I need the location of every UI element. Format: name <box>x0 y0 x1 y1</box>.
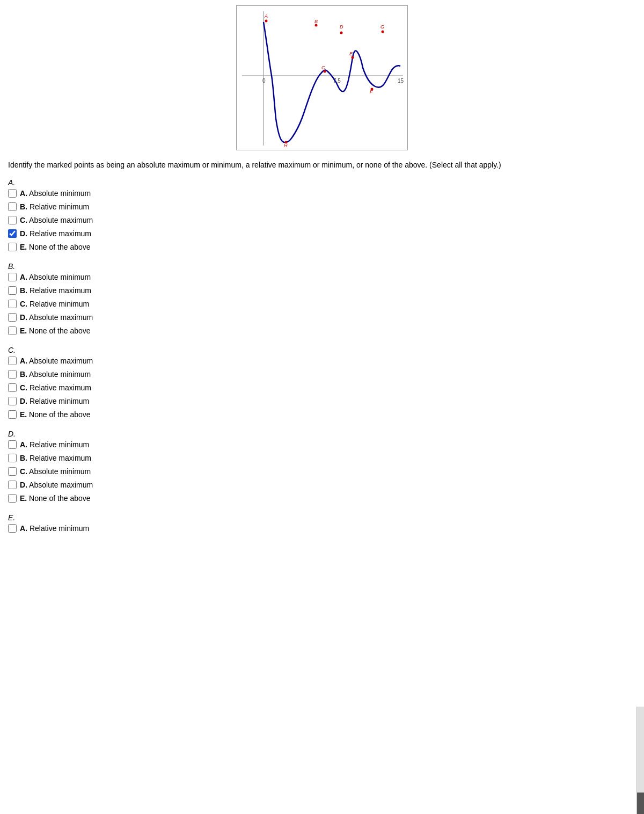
checkbox-s2-o1[interactable] <box>8 370 17 379</box>
option-row-s0-o4: E. None of the above <box>8 243 636 251</box>
opt-letter: C. <box>20 467 27 476</box>
option-label-s1-o1: B. Relative maximum <box>20 286 91 295</box>
checkbox-s1-o3[interactable] <box>8 313 17 322</box>
option-row-s3-o0: A. Relative minimum <box>8 440 636 449</box>
option-label-s2-o4: E. None of the above <box>20 410 91 419</box>
checkbox-s3-o4[interactable] <box>8 494 17 503</box>
option-row-s1-o4: E. None of the above <box>8 326 636 335</box>
option-row-s0-o1: B. Relative minimum <box>8 202 636 211</box>
option-label-s2-o0: A. Absolute maximum <box>20 357 93 365</box>
option-row-s3-o2: C. Absolute minimum <box>8 467 636 476</box>
option-row-s2-o1: B. Absolute minimum <box>8 370 636 379</box>
option-row-s3-o1: B. Relative maximum <box>8 454 636 462</box>
option-label-s1-o2: C. Relative minimum <box>20 300 89 308</box>
checkbox-s0-o3[interactable] <box>8 229 17 238</box>
checkbox-s3-o2[interactable] <box>8 467 17 476</box>
svg-text:D: D <box>340 24 343 30</box>
svg-text:H: H <box>284 143 288 148</box>
sections-container: A.A. Absolute minimumB. Relative minimum… <box>8 178 636 533</box>
option-label-s2-o3: D. Relative minimum <box>20 397 89 405</box>
svg-text:A: A <box>264 13 268 19</box>
checkbox-s2-o2[interactable] <box>8 383 17 392</box>
svg-text:B: B <box>314 19 318 24</box>
checkbox-s4-o0[interactable] <box>8 524 17 533</box>
graph-box: 7.5 15 0 B A D C E G <box>236 5 408 150</box>
checkbox-s0-o1[interactable] <box>8 202 17 211</box>
checkbox-s1-o0[interactable] <box>8 273 17 281</box>
option-row-s2-o0: A. Absolute maximum <box>8 357 636 365</box>
checkbox-s2-o0[interactable] <box>8 357 17 365</box>
section-label-3: D. <box>8 430 636 438</box>
section-B: B.A. Absolute minimumB. Relative maximum… <box>8 262 636 335</box>
checkbox-s2-o3[interactable] <box>8 397 17 405</box>
option-row-s1-o3: D. Absolute maximum <box>8 313 636 322</box>
option-row-s1-o2: C. Relative minimum <box>8 300 636 308</box>
opt-letter: D. <box>20 481 27 489</box>
option-label-s0-o1: B. Relative minimum <box>20 202 89 211</box>
opt-letter: A. <box>20 189 27 198</box>
opt-letter: B. <box>20 286 27 295</box>
svg-point-20 <box>285 141 288 144</box>
opt-letter: A. <box>20 357 27 365</box>
section-D: D.A. Relative minimumB. Relative maximum… <box>8 430 636 503</box>
checkbox-s1-o1[interactable] <box>8 286 17 295</box>
option-label-s3-o4: E. None of the above <box>20 494 91 503</box>
checkbox-s3-o1[interactable] <box>8 454 17 462</box>
svg-text:C: C <box>321 65 325 70</box>
opt-letter: E. <box>20 494 27 503</box>
opt-letter: A. <box>20 524 27 533</box>
checkbox-s0-o4[interactable] <box>8 243 17 251</box>
svg-point-18 <box>371 88 374 91</box>
option-row-s1-o0: A. Absolute minimum <box>8 273 636 281</box>
question-text: Identify the marked points as being an a… <box>8 160 636 171</box>
checkbox-s3-o0[interactable] <box>8 440 17 449</box>
svg-text:E: E <box>349 51 353 56</box>
option-label-s1-o4: E. None of the above <box>20 326 91 335</box>
option-label-s2-o1: B. Absolute minimum <box>20 370 91 379</box>
opt-letter: D. <box>20 397 27 405</box>
graph-svg: 7.5 15 0 B A D C E G <box>237 6 408 150</box>
option-row-s3-o4: E. None of the above <box>8 494 636 503</box>
opt-letter: B. <box>20 454 27 462</box>
section-label-0: A. <box>8 178 636 187</box>
opt-letter: C. <box>20 216 27 224</box>
option-row-s1-o1: B. Relative maximum <box>8 286 636 295</box>
option-row-s2-o4: E. None of the above <box>8 410 636 419</box>
opt-letter: C. <box>20 383 27 392</box>
checkbox-s1-o4[interactable] <box>8 326 17 335</box>
svg-point-16 <box>382 31 384 33</box>
svg-point-14 <box>352 56 354 59</box>
opt-letter: A. <box>20 440 27 449</box>
opt-letter: B. <box>20 202 27 211</box>
option-label-s3-o1: B. Relative maximum <box>20 454 91 462</box>
opt-letter: E. <box>20 243 27 251</box>
svg-text:15: 15 <box>398 78 404 84</box>
section-label-1: B. <box>8 262 636 271</box>
checkbox-s3-o3[interactable] <box>8 481 17 489</box>
svg-text:G: G <box>380 24 384 30</box>
checkbox-s0-o0[interactable] <box>8 189 17 198</box>
option-row-s0-o0: A. Absolute minimum <box>8 189 636 198</box>
svg-point-12 <box>324 70 326 73</box>
checkbox-s0-o2[interactable] <box>8 216 17 224</box>
option-row-s0-o2: C. Absolute maximum <box>8 216 636 224</box>
svg-point-8 <box>265 20 268 23</box>
option-label-s0-o2: C. Absolute maximum <box>20 216 93 224</box>
checkbox-s1-o2[interactable] <box>8 300 17 308</box>
option-row-s4-o0: A. Relative minimum <box>8 524 636 533</box>
option-label-s0-o3: D. Relative maximum <box>20 229 91 238</box>
option-label-s3-o2: C. Absolute minimum <box>20 467 91 476</box>
opt-letter: E. <box>20 326 27 335</box>
option-row-s3-o3: D. Absolute maximum <box>8 481 636 489</box>
section-A: A.A. Absolute minimumB. Relative minimum… <box>8 178 636 251</box>
option-label-s1-o3: D. Absolute maximum <box>20 313 93 322</box>
option-row-s2-o2: C. Relative maximum <box>8 383 636 392</box>
opt-letter: D. <box>20 229 27 238</box>
opt-letter: D. <box>20 313 27 322</box>
svg-point-6 <box>315 24 318 27</box>
option-label-s3-o0: A. Relative minimum <box>20 440 89 449</box>
graph-container: 7.5 15 0 B A D C E G <box>8 5 636 150</box>
svg-text:0: 0 <box>262 78 266 84</box>
svg-point-10 <box>340 32 343 34</box>
checkbox-s2-o4[interactable] <box>8 410 17 419</box>
